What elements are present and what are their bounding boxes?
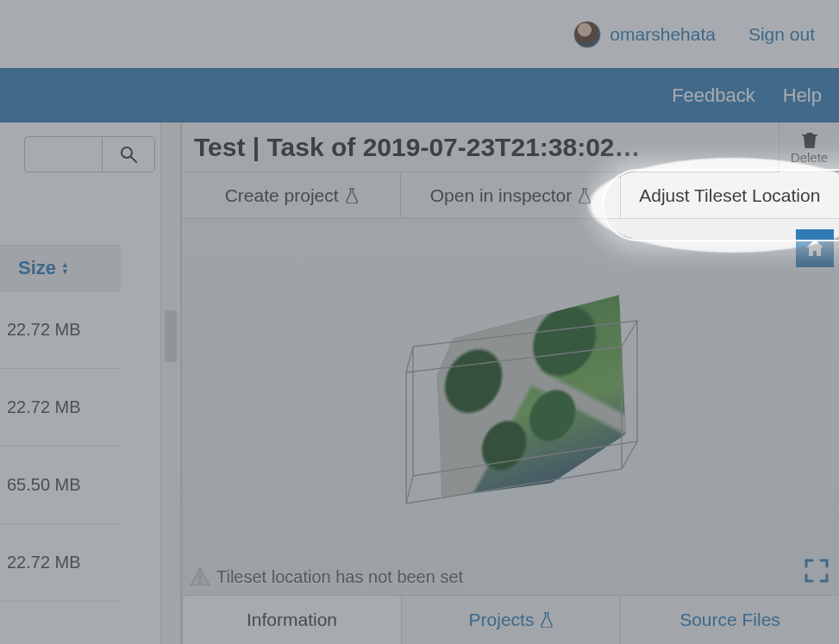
size-header-label: Size	[18, 257, 56, 279]
svg-line-3	[622, 321, 637, 347]
file-size-cell: 65.50 MB	[7, 475, 81, 495]
file-size-cell: 22.72 MB	[7, 320, 81, 340]
svg-line-1	[131, 157, 136, 162]
asset-title: Test | Task of 2019-07-23T21:38:02…	[182, 122, 839, 172]
adjust-tileset-label: Adjust Tileset Location	[639, 185, 820, 206]
svg-point-0	[122, 147, 132, 158]
search-icon	[120, 146, 137, 163]
tab-information-label: Information	[247, 610, 337, 630]
sort-icon: ▲▼	[61, 261, 69, 275]
left-column: Size ▲▼ 22.72 MB 22.72 MB 65.50 MB 22.72…	[0, 122, 160, 644]
tab-information[interactable]: Information	[182, 595, 402, 644]
search-button[interactable]	[102, 136, 155, 172]
tab-source-files[interactable]: Source Files	[621, 596, 839, 644]
file-size-cell: 22.72 MB	[7, 553, 81, 572]
sign-out-link[interactable]: Sign out	[748, 24, 815, 45]
fullscreen-button[interactable]	[799, 553, 834, 588]
main-column: Test | Task of 2019-07-23T21:38:02… Dele…	[181, 122, 839, 644]
file-list: 22.72 MB 22.72 MB 65.50 MB 22.72 MB	[0, 291, 121, 602]
warning-icon	[191, 568, 210, 585]
create-project-button[interactable]: Create project	[182, 172, 401, 218]
avatar	[573, 21, 601, 48]
svg-line-5	[406, 476, 413, 503]
detail-tabs: Information Projects Source Files	[182, 596, 839, 644]
warning-banner: Tileset location has not been set	[182, 559, 839, 595]
username: omarshehata	[610, 24, 716, 45]
flask-icon	[541, 612, 553, 628]
tab-source-files-label: Source Files	[679, 610, 780, 630]
create-project-label: Create project	[225, 185, 339, 206]
help-link[interactable]: Help	[783, 84, 822, 107]
action-row: Create project Open in inspector Adjust …	[182, 172, 839, 219]
workspace: Size ▲▼ 22.72 MB 22.72 MB 65.50 MB 22.72…	[0, 122, 839, 644]
scrollbar-thumb[interactable]	[165, 310, 177, 362]
column-header-size[interactable]: Size ▲▼	[0, 245, 121, 291]
table-row[interactable]: 65.50 MB	[0, 447, 121, 524]
tab-projects[interactable]: Projects	[402, 596, 621, 644]
trash-icon	[802, 131, 817, 148]
search-input[interactable]	[24, 136, 102, 172]
table-row[interactable]: 22.72 MB	[0, 524, 121, 602]
warning-text: Tileset location has not been set	[216, 567, 463, 587]
home-view-button[interactable]	[796, 229, 834, 267]
user-bar: omarshehata Sign out	[0, 0, 839, 68]
tab-projects-label: Projects	[469, 610, 535, 630]
home-icon	[804, 237, 826, 259]
flask-icon	[579, 188, 591, 203]
adjust-tileset-location-button[interactable]: Adjust Tileset Location	[621, 172, 839, 218]
feedback-link[interactable]: Feedback	[672, 84, 755, 107]
fullscreen-icon	[804, 558, 830, 584]
table-row[interactable]: 22.72 MB	[0, 291, 121, 369]
user-menu[interactable]: omarshehata	[573, 21, 716, 48]
open-inspector-button[interactable]: Open in inspector	[401, 172, 620, 218]
tileset-viewer[interactable]: Tileset location has not been set	[182, 219, 839, 596]
flask-icon	[346, 188, 358, 203]
app-bar: Feedback Help	[0, 68, 839, 122]
search-row	[0, 122, 160, 178]
table-row[interactable]: 22.72 MB	[0, 369, 121, 447]
pane-divider[interactable]	[160, 122, 181, 644]
svg-line-2	[406, 347, 413, 372]
svg-line-4	[622, 441, 637, 469]
bounding-box	[396, 312, 654, 510]
file-size-cell: 22.72 MB	[7, 397, 81, 417]
open-inspector-label: Open in inspector	[430, 185, 573, 206]
delete-label: Delete	[791, 150, 828, 165]
delete-button[interactable]: Delete	[779, 122, 839, 172]
